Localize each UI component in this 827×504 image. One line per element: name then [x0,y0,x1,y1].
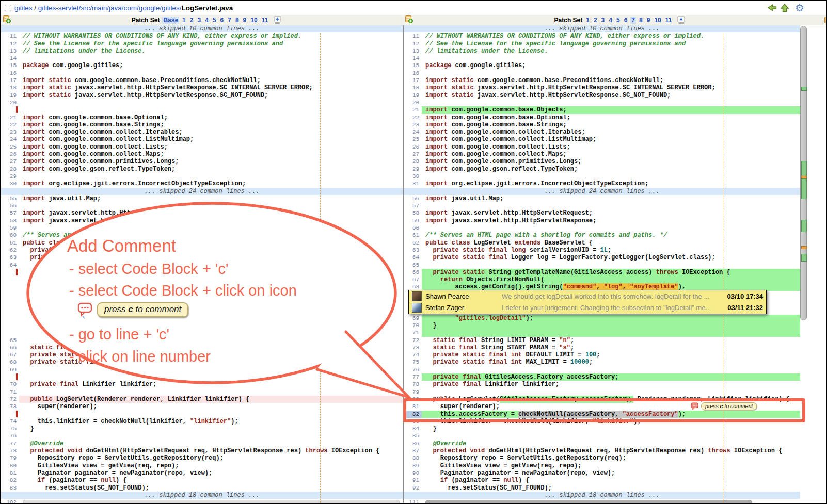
line-number[interactable]: 70 [1,381,19,388]
line-number[interactable]: 72 [404,337,422,344]
line-number[interactable]: 85 [404,432,422,440]
line-number[interactable]: 21 [1,114,19,121]
line-number[interactable]: 64 [404,254,422,261]
line-number[interactable]: 28 [404,158,422,165]
line-number[interactable]: 58 [1,217,19,224]
line-number[interactable]: 58 [404,209,422,217]
patchset-link[interactable]: 10 [249,17,258,24]
line-number[interactable]: 62 [404,239,422,247]
line-number[interactable]: 61 [1,239,19,247]
patchset-link[interactable]: 11 [664,17,673,24]
diff-marker-added[interactable] [801,178,807,199]
line-number[interactable]: 90 [404,469,422,477]
patchset-link[interactable]: 2 [593,17,598,24]
line-number[interactable]: 88 [404,454,422,462]
line-number[interactable]: 55 [1,195,19,202]
line-number[interactable]: 19 [1,92,19,99]
line-number[interactable]: 22 [1,121,19,128]
line-number[interactable]: 24 [404,128,422,136]
line-number[interactable]: 25 [1,143,19,151]
patchset-link[interactable]: 9 [242,17,248,24]
line-number[interactable]: 66 [404,269,422,276]
patchset-link[interactable]: 9 [646,17,651,24]
skipped-lines-band[interactable]: ... skipped 18 common lines ... [404,492,800,499]
line-number[interactable]: 60 [404,224,422,232]
patchset-selected[interactable]: 7 [630,17,636,24]
line-number[interactable]: 56 [404,195,422,202]
patchset-link[interactable]: 1 [181,17,187,24]
line-number[interactable]: 28 [1,166,19,173]
line-number[interactable]: 29 [404,166,422,173]
line-number[interactable]: 77 [1,440,19,447]
patchset-link[interactable]: 10 [653,17,662,24]
line-number[interactable]: 30 [1,180,19,187]
line-number[interactable]: 13 [1,47,19,55]
line-number[interactable]: 82 [1,477,19,484]
inline-comment-thread[interactable]: Shawn Pearce We should get logDetail wor… [408,290,767,314]
line-number[interactable]: 63 [404,247,422,254]
line-number[interactable]: 27 [404,151,422,158]
line-number[interactable]: 64 [1,262,19,269]
line-number[interactable]: 86 [404,440,422,447]
line-number[interactable]: 82 [404,411,422,418]
diff-marker-added[interactable] [801,254,807,262]
line-number[interactable]: 62 [1,247,19,254]
line-number[interactable]: 12 [1,40,19,47]
line-number[interactable]: 31 [404,180,422,187]
line-number[interactable]: 11 [1,32,19,40]
line-number[interactable]: 59 [404,217,422,224]
download-patch-icon[interactable] [677,16,686,24]
patchset-link[interactable]: 2 [189,17,195,24]
line-number[interactable]: 20 [404,99,422,106]
line-number[interactable]: 83 [1,484,19,492]
line-number[interactable]: 71 [1,388,19,396]
line-number[interactable]: 18 [404,84,422,91]
line-number[interactable]: 65 [404,262,422,269]
line-number[interactable]: 80 [404,396,422,403]
line-number[interactable]: 91 [404,477,422,484]
patchset-link[interactable]: 6 [219,17,225,24]
line-number[interactable]: 87 [404,447,422,454]
line-number[interactable]: 22 [404,114,422,121]
line-number[interactable]: 73 [404,344,422,351]
line-number[interactable]: 72 [1,396,19,403]
skipped-lines-band[interactable]: ... skipped 10 common lines ... [1,25,403,32]
line-number[interactable]: 61 [404,232,422,239]
line-number[interactable]: 77 [404,373,422,381]
patchset-link[interactable]: 3 [600,17,606,24]
line-number[interactable]: 57 [404,202,422,209]
line-number[interactable]: 81 [1,469,19,477]
line-number[interactable]: 75 [404,359,422,366]
line-number[interactable]: 17 [404,77,422,84]
line-number[interactable]: 63 [1,254,19,261]
line-number[interactable]: 92 [404,484,422,492]
line-number[interactable]: 75 [1,425,19,432]
line-number[interactable]: 74 [1,418,19,425]
line-number[interactable]: 15 [1,62,19,69]
line-number[interactable]: 80 [1,462,19,469]
line-number[interactable]: 18 [1,84,19,91]
line-number[interactable]: 16 [1,70,19,77]
file-checkbox[interactable] [5,5,11,11]
line-number[interactable]: 14 [404,55,422,62]
patchset-link[interactable]: 6 [623,17,629,24]
diff-marker-added[interactable] [801,161,807,176]
patchset-link[interactable]: 4 [608,17,613,24]
line-number[interactable]: 14 [1,55,19,62]
patchset-selected[interactable]: Base [162,17,179,24]
line-number[interactable]: 11 [404,32,422,40]
prev-file-icon[interactable] [766,3,777,13]
add-file-comment-icon[interactable] [3,15,11,25]
line-number[interactable]: 16 [404,70,422,77]
line-number[interactable]: 89 [404,462,422,469]
patchset-link[interactable]: 8 [638,17,644,24]
line-number[interactable]: 76 [404,366,422,373]
download-patch-icon[interactable] [274,16,282,24]
breadcrumb-path-link[interactable]: gitiles-servlet/src/main/java/com/google… [38,4,182,12]
line-number[interactable]: 67 [404,276,422,283]
line-number[interactable]: 24 [1,136,19,143]
line-number[interactable]: 69 [404,315,422,322]
line-number[interactable]: 111 [404,499,422,503]
line-number[interactable]: 59 [1,224,19,232]
horizontal-scrollbar[interactable] [23,500,400,503]
